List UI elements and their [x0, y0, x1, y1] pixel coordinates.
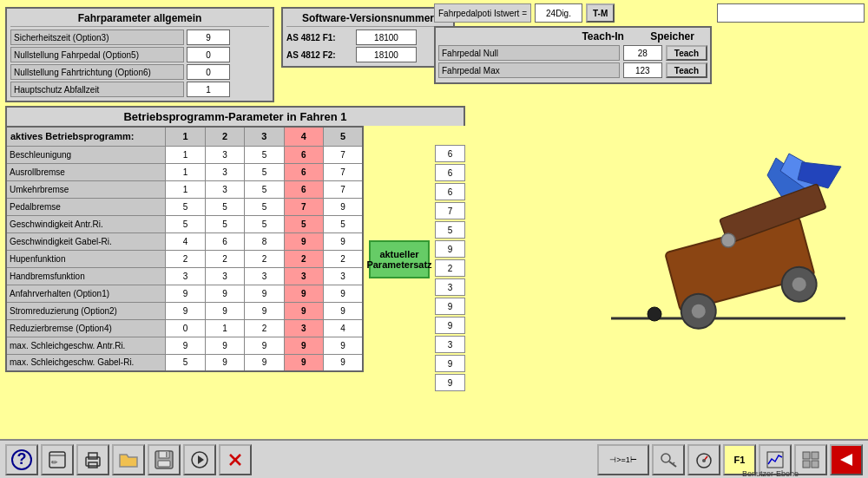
row-value[interactable]: 9: [284, 354, 323, 371]
arrow-button[interactable]: [183, 444, 216, 475]
row-value[interactable]: 1: [205, 319, 244, 337]
row-value[interactable]: 2: [205, 250, 244, 267]
row-value[interactable]: 9: [166, 337, 205, 354]
extra-value[interactable]: 2: [435, 259, 465, 277]
row-value[interactable]: 4: [166, 232, 205, 250]
tm-button[interactable]: T-M: [586, 3, 615, 23]
row-value[interactable]: 9: [324, 285, 363, 302]
row-value[interactable]: 2: [284, 250, 323, 267]
row-value[interactable]: 5: [205, 198, 244, 215]
extra-value[interactable]: 5: [435, 221, 465, 239]
row-value[interactable]: 9: [166, 302, 205, 319]
sw-value[interactable]: 18100: [356, 29, 417, 45]
print-button[interactable]: [76, 444, 109, 475]
fahrparam-row-value[interactable]: 0: [187, 64, 230, 80]
row-value[interactable]: 9: [205, 337, 244, 354]
fahrparam-row-value[interactable]: 0: [187, 47, 230, 62]
row-value[interactable]: 5: [245, 180, 284, 198]
row-value[interactable]: 9: [284, 302, 323, 319]
folder-button[interactable]: [112, 444, 145, 475]
row-value[interactable]: 1: [166, 163, 205, 180]
row-value[interactable]: 2: [324, 250, 363, 267]
row-value[interactable]: 3: [205, 163, 244, 180]
teach-row-value[interactable]: 123: [623, 62, 662, 78]
row-value[interactable]: 9: [324, 232, 363, 250]
gauge-button[interactable]: [687, 444, 720, 475]
row-value[interactable]: 9: [245, 302, 284, 319]
row-value[interactable]: 7: [324, 146, 363, 163]
teach-row-value[interactable]: 28: [623, 45, 662, 61]
row-value[interactable]: 8: [245, 232, 284, 250]
disk-button[interactable]: [148, 444, 181, 475]
row-value[interactable]: 9: [284, 285, 323, 302]
extra-value[interactable]: 6: [435, 164, 465, 181]
row-value[interactable]: 9: [245, 337, 284, 354]
row-value[interactable]: 5: [245, 215, 284, 232]
teach-button[interactable]: Teach: [666, 45, 707, 61]
row-value[interactable]: 2: [245, 319, 284, 337]
cross-button[interactable]: [219, 444, 252, 475]
current-param-button[interactable]: aktueller Parametersatz: [369, 240, 430, 278]
row-value[interactable]: 5: [166, 215, 205, 232]
edit-button[interactable]: ✏: [41, 444, 74, 475]
row-value[interactable]: 9: [205, 302, 244, 319]
row-value[interactable]: 9: [324, 198, 363, 215]
extra-value[interactable]: 3: [435, 336, 465, 353]
top-right-input[interactable]: [717, 3, 865, 23]
row-value[interactable]: 3: [205, 267, 244, 285]
extra-value[interactable]: 9: [435, 298, 465, 315]
row-value[interactable]: 9: [205, 354, 244, 371]
row-value[interactable]: 9: [205, 285, 244, 302]
fahrparam-row-value[interactable]: 1: [187, 82, 230, 97]
row-value[interactable]: 5: [166, 354, 205, 371]
row-value[interactable]: 5: [245, 163, 284, 180]
row-value[interactable]: 3: [205, 180, 244, 198]
row-value[interactable]: 3: [245, 267, 284, 285]
extra-value[interactable]: 9: [435, 374, 465, 391]
row-value[interactable]: 5: [245, 198, 284, 215]
row-value[interactable]: 5: [166, 198, 205, 215]
extra-value[interactable]: 7: [435, 202, 465, 219]
fahrparam-row-value[interactable]: 9: [187, 29, 230, 45]
row-value[interactable]: 3: [284, 319, 323, 337]
row-value[interactable]: 7: [324, 180, 363, 198]
row-value[interactable]: 9: [245, 285, 284, 302]
row-value[interactable]: 1: [166, 146, 205, 163]
row-value[interactable]: 9: [324, 354, 363, 371]
row-value[interactable]: 6: [205, 232, 244, 250]
row-value[interactable]: 2: [245, 250, 284, 267]
row-value[interactable]: 9: [324, 302, 363, 319]
row-value[interactable]: 6: [284, 180, 323, 198]
row-value[interactable]: 7: [324, 163, 363, 180]
extra-value[interactable]: 9: [435, 355, 465, 372]
extra-value[interactable]: 6: [435, 145, 465, 162]
help-button[interactable]: ?: [5, 444, 38, 475]
row-value[interactable]: 1: [166, 180, 205, 198]
extra-value[interactable]: 6: [435, 183, 465, 200]
extra-value[interactable]: 9: [435, 240, 465, 258]
row-value[interactable]: 6: [284, 163, 323, 180]
row-value[interactable]: 9: [284, 232, 323, 250]
extra-value[interactable]: 9: [435, 317, 465, 334]
extra-value[interactable]: 3: [435, 278, 465, 296]
row-value[interactable]: 9: [324, 337, 363, 354]
row-value[interactable]: 2: [166, 250, 205, 267]
key-button[interactable]: [652, 444, 685, 475]
grid-button[interactable]: [794, 444, 827, 475]
row-value[interactable]: 9: [284, 337, 323, 354]
row-value[interactable]: 0: [166, 319, 205, 337]
row-value[interactable]: 6: [284, 146, 323, 163]
back-button[interactable]: [830, 444, 863, 475]
row-value[interactable]: 7: [284, 198, 323, 215]
row-value[interactable]: 3: [324, 267, 363, 285]
row-value[interactable]: 9: [245, 354, 284, 371]
row-value[interactable]: 5: [245, 146, 284, 163]
sw-value[interactable]: 18100: [356, 47, 417, 62]
row-value[interactable]: 4: [324, 319, 363, 337]
signal-button[interactable]: ⊣>=1⊢: [597, 444, 649, 475]
row-value[interactable]: 5: [284, 215, 323, 232]
fahrpedal-value[interactable]: 24Dig.: [535, 3, 582, 23]
row-value[interactable]: 5: [205, 215, 244, 232]
row-value[interactable]: 3: [205, 146, 244, 163]
row-value[interactable]: 3: [284, 267, 323, 285]
